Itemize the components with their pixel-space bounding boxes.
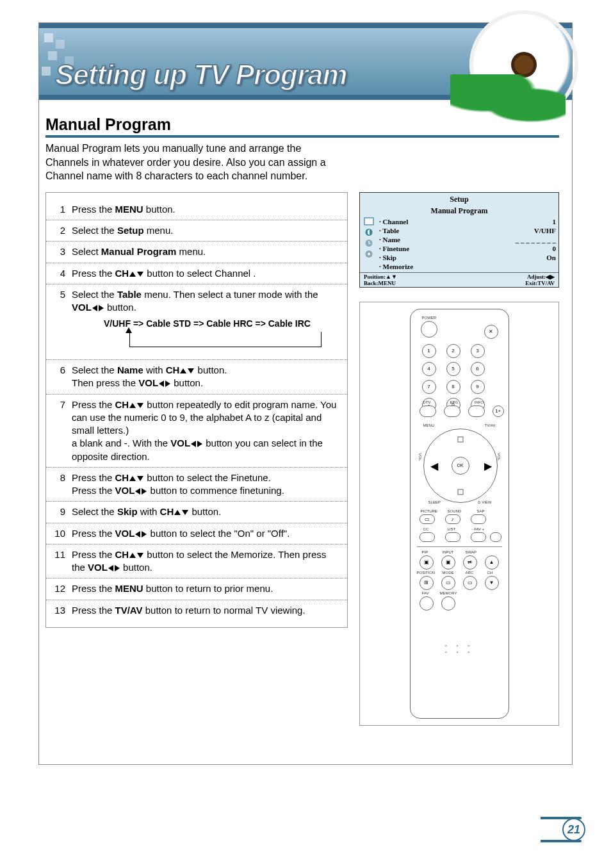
remote-speaker-dots: ◦ ◦ ◦◦ ◦ ◦: [411, 643, 509, 655]
remote-dpad-left: ◀: [428, 461, 440, 472]
osd-row: · TableV/UHF: [379, 226, 556, 235]
steps-container: 1Press the MENU button. 2Select the Setu…: [45, 192, 348, 628]
remote-dpad-down: [455, 486, 466, 498]
osd-row: · Channel1: [379, 217, 556, 226]
remote-favminus-button: [471, 532, 486, 542]
step-number: 13: [51, 604, 72, 617]
remote-list-button: [445, 532, 460, 542]
step-number: 11: [51, 548, 72, 561]
cycle-bracket: [129, 332, 322, 347]
remote-digit-5: 5: [446, 362, 460, 376]
remote-dtv-label: DTV: [423, 400, 431, 404]
remote-chdown-button: ▼: [485, 576, 499, 590]
cycle-arrow-icon: [126, 327, 132, 333]
tuner-cycle-text: V/UHF => Cable STD => Cable HRC => Cable…: [104, 318, 311, 329]
section-intro: Manual Program lets you manually tune an…: [45, 142, 346, 183]
step-number: 1: [51, 203, 72, 216]
remote-pip-button: ▣: [420, 555, 434, 569]
step-number: 2: [51, 224, 72, 237]
step-number: 3: [51, 245, 72, 258]
remote-memory-label: MEMORY: [440, 591, 457, 595]
remote-digit-2: 2: [446, 344, 460, 358]
osd-row: · Finetune0: [379, 244, 556, 253]
remote-picture-button: ▭: [420, 514, 435, 524]
remote-sleep-label: SLEEP: [428, 500, 441, 504]
osd-row: · Name_ _ _ _ _ _ _ _: [379, 235, 556, 244]
remote-menu-label: MENU: [423, 423, 435, 427]
remote-ok-button: OK: [452, 457, 469, 475]
svg-point-5: [368, 252, 370, 255]
remote-chup-button: ▲: [485, 555, 499, 569]
step-text: Select the Table menu. Then select a tun…: [72, 288, 339, 356]
remote-tvav-label: TV/AV: [485, 423, 496, 427]
step-text: Select the Setup menu.: [72, 224, 339, 237]
step-number: 7: [51, 398, 72, 411]
chapter-title: Setting up TV Program: [55, 59, 347, 91]
left-icon: [92, 305, 97, 311]
page-number: 21: [562, 818, 585, 841]
flower-decoration: [469, 10, 578, 119]
remote-list-label: LIST: [448, 527, 456, 531]
step-text: Press the CH button to select the Finetu…: [72, 471, 339, 498]
remote-swap-label: SWAP: [466, 550, 477, 554]
remote-digit-8: 8: [446, 380, 460, 394]
step-number: 5: [51, 288, 72, 301]
remote-input-label: INPUT: [443, 550, 454, 554]
remote-favplus-button: [490, 532, 501, 542]
remote-sound-label: SOUND: [448, 509, 462, 513]
step-text: Press the CH button repeatedly to edit p…: [72, 398, 339, 463]
remote-digit-4: 4: [422, 362, 436, 376]
remote-sap-label: SAP: [477, 509, 485, 513]
svg-rect-7: [458, 489, 463, 495]
step-text: Press the CH button to select the Memori…: [72, 548, 339, 575]
osd-row: · SkipOn: [379, 253, 556, 262]
remote-position-button: ⊞: [420, 576, 434, 590]
remote-digit-6: 6: [471, 362, 485, 376]
step-number: 12: [51, 582, 72, 595]
step-text: Select the Skip with CH button.: [72, 505, 339, 518]
step-number: 8: [51, 471, 72, 484]
page-number-badge: 21: [541, 817, 585, 842]
remote-ch-label: CH: [487, 571, 493, 575]
step-text: Press the CH button to select Channel .: [72, 267, 339, 280]
chapter-header-band: Setting up TV Program: [39, 23, 572, 100]
remote-sap-button: [471, 514, 486, 524]
remote-cc-button: [420, 532, 435, 542]
remote-fav-button: [420, 596, 434, 610]
remote-mode-button: ▭: [441, 576, 455, 590]
remote-digit-7: 7: [422, 380, 436, 394]
remote-digit-3: 3: [471, 344, 485, 358]
step-text: Press the VOL button to select the "On" …: [72, 527, 339, 540]
remote-fav2-label: FAV: [422, 591, 429, 595]
osd-subtitle: Manual Program: [360, 206, 558, 216]
remote-fav-label: - FAV +: [472, 527, 485, 531]
osd-time-icon: [364, 239, 374, 247]
osd-picture-icon: [364, 217, 374, 225]
step-text: Press the MENU button.: [72, 203, 339, 216]
right-icon: [99, 305, 104, 311]
osd-preview: Setup Manual Program · Channel1· TableV/…: [359, 192, 559, 288]
remote-arc-button: ▭: [463, 576, 477, 590]
svg-rect-6: [458, 437, 463, 442]
osd-footer-right: Adjust:◀▶ Exit:TV/AV: [525, 274, 555, 286]
remote-dview-label: D.VIEW: [478, 500, 491, 504]
remote-position-label: POSITION: [417, 571, 436, 575]
remote-epg-button: [444, 405, 460, 417]
step-text: Press the TV/AV button to return to norm…: [72, 604, 339, 617]
remote-vol-left-label: VOL: [418, 453, 422, 461]
remote-1plus-button: 1+: [493, 405, 504, 417]
remote-info-button: [468, 405, 485, 417]
remote-picture-label: PICTURE: [421, 509, 437, 513]
remote-sound-button: ♪: [445, 514, 460, 524]
remote-epg-label: EPG: [450, 400, 459, 404]
remote-arc-label: ARC: [466, 571, 474, 575]
remote-input-button: ▣: [441, 555, 455, 569]
remote-vol-right-label: VOL: [497, 453, 501, 461]
remote-digit-9: 9: [471, 380, 485, 394]
remote-power-label: POWER: [422, 316, 437, 320]
remote-dpad-up: [455, 434, 466, 445]
osd-sound-icon: [364, 228, 374, 236]
up-icon: [129, 272, 136, 277]
remote-illustration: POWER ✕ 123456789-0 DTV EPG INFO 1+ MENU: [359, 302, 559, 726]
osd-title: Setup: [360, 193, 558, 206]
